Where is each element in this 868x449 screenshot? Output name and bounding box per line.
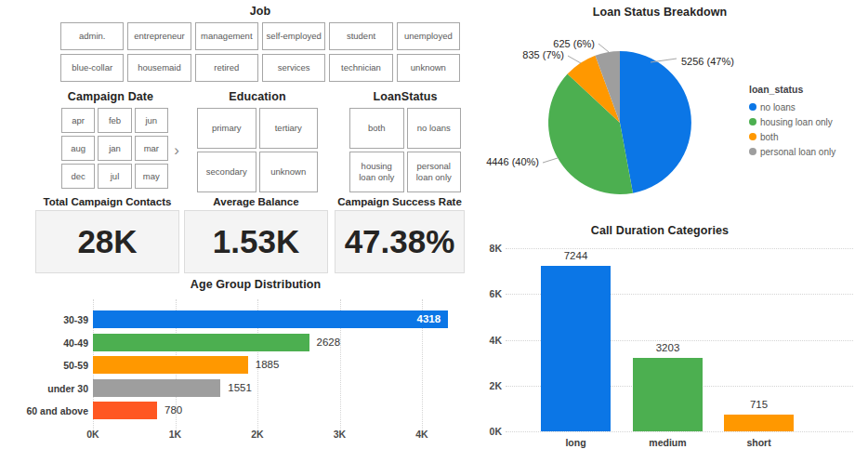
campaign-date-slicer-option[interactable]: aug — [61, 136, 95, 161]
campaign-date-slicer-option[interactable]: mar — [135, 136, 168, 161]
age-bar-60-and-above[interactable] — [93, 402, 157, 419]
age-bar-50-59[interactable] — [93, 356, 248, 374]
legend-item-label: housing loan only — [760, 117, 833, 127]
job-slicer-option[interactable]: student — [329, 22, 392, 50]
pie-label-line — [598, 44, 609, 52]
job-slicer-option[interactable]: entrepreneur — [127, 22, 191, 50]
age-category-label: 30-39 — [0, 314, 88, 325]
loan-status-slicer-option[interactable]: no loans — [407, 108, 462, 149]
campaign-date-slicer-option[interactable]: jun — [135, 108, 168, 133]
loan-status-slicer-option[interactable]: housing loan only — [349, 152, 404, 192]
age-x-tick: 2K — [242, 429, 273, 440]
age-bar-value: 1885 — [256, 359, 280, 370]
call-duration-bar-chart: 0K2K4K6K8K7244long3203medium715short — [483, 214, 868, 449]
legend-item-label: both — [760, 132, 778, 142]
education-slicer: primarytertiarysecondaryunknown — [197, 108, 318, 192]
age-bar-under-30[interactable] — [93, 379, 220, 397]
job-slicer-option[interactable]: unknown — [397, 54, 460, 82]
dashboard: Job admin.entrepreneurmanagementself-emp… — [0, 0, 868, 449]
call-bar-medium[interactable] — [633, 358, 703, 431]
loan-status-pie-chart: 5256 (47%)4446 (40%)835 (7%)625 (6%) — [483, 19, 762, 214]
age-x-tick: 3K — [324, 429, 356, 440]
kpi-success-rate-label: Campaign Success Rate — [333, 196, 467, 207]
job-slicer-option[interactable]: services — [262, 54, 325, 82]
legend-item-housing-loan-only[interactable]: housing loan only — [749, 114, 835, 129]
call-bar-short[interactable] — [724, 415, 794, 431]
campaign-date-slicer-option[interactable]: feb — [98, 108, 131, 133]
call-category-label: short — [724, 437, 794, 448]
legend-item-label: personal loan only — [760, 147, 835, 157]
education-slicer-option[interactable]: unknown — [259, 152, 319, 192]
age-bar-value: 780 — [164, 404, 182, 416]
call-category-label: medium — [633, 437, 703, 448]
kpi-average-balance-value: 1.53K — [184, 210, 328, 273]
job-slicer: admin.entrepreneurmanagementself-employe… — [60, 22, 460, 82]
legend-dot-icon — [749, 133, 756, 140]
pie-data-label: 625 (6%) — [553, 38, 595, 49]
age-x-tick: 1K — [160, 429, 191, 440]
legend-dot-icon — [749, 118, 756, 125]
pie-legend: loan_status no loanshousing loan onlybot… — [749, 84, 835, 159]
kpi-success-rate-value: 47.38% — [335, 210, 465, 273]
call-y-tick: 4K — [483, 335, 502, 346]
age-chart-title: Age Group Distribution — [56, 278, 455, 291]
job-slicer-option[interactable]: blue-collar — [60, 54, 124, 82]
legend-dot-icon — [749, 148, 756, 155]
call-chart-gridline — [506, 431, 853, 432]
call-bar-value: 3203 — [633, 342, 703, 353]
call-bar-long[interactable] — [541, 266, 611, 431]
job-slicer-option[interactable]: management — [195, 22, 258, 50]
pie-slice-no-loans[interactable] — [620, 51, 691, 193]
education-slicer-option[interactable]: secondary — [197, 152, 256, 192]
job-slicer-option[interactable]: retired — [195, 54, 258, 82]
pie-label-line — [543, 158, 558, 163]
call-category-label: long — [541, 437, 611, 448]
job-slicer-option[interactable]: admin. — [60, 22, 124, 50]
call-y-tick: 6K — [483, 288, 502, 299]
age-bar-value: 1551 — [228, 382, 252, 393]
job-slicer-option[interactable]: technician — [329, 54, 392, 82]
pie-data-label: 835 (7%) — [522, 49, 564, 60]
loan-status-slicer-option[interactable]: personal loan only — [407, 152, 462, 192]
job-slicer-option[interactable]: self-employed — [262, 22, 325, 50]
pie-label-line — [568, 56, 581, 63]
campaign-date-slicer-option[interactable]: jul — [98, 164, 131, 189]
job-slicer-option[interactable]: unemployed — [397, 22, 460, 50]
education-slicer-option[interactable]: primary — [197, 108, 256, 149]
call-y-tick: 0K — [483, 426, 502, 437]
age-category-label: 60 and above — [0, 405, 88, 416]
legend-item-no-loans[interactable]: no loans — [749, 99, 835, 114]
pie-data-label: 5256 (47%) — [681, 56, 734, 67]
age-bar-value: 2628 — [317, 337, 341, 348]
campaign-date-slicer-title: Campaign Date — [51, 90, 170, 103]
legend-item-label: no loans — [760, 102, 796, 112]
call-y-tick: 2K — [483, 380, 502, 391]
pie-data-label: 4446 (40%) — [486, 156, 539, 167]
legend-item-personal-loan-only[interactable]: personal loan only — [749, 144, 835, 159]
loan-status-slicer: bothno loanshousing loan onlypersonal lo… — [349, 108, 461, 192]
job-slicer-title: Job — [60, 5, 460, 18]
job-slicer-option[interactable]: housemaid — [127, 54, 191, 82]
age-x-tick: 4K — [406, 429, 438, 440]
call-y-tick: 8K — [483, 243, 502, 254]
kpi-total-contacts-value: 28K — [35, 210, 179, 273]
campaign-date-slicer: aprfebjunaugjanmardecjulmay — [61, 108, 168, 189]
campaign-date-slicer-option[interactable]: dec — [61, 164, 95, 189]
chevron-right-icon[interactable]: › — [170, 137, 183, 165]
education-slicer-option[interactable]: tertiary — [259, 108, 319, 149]
age-x-tick: 0K — [77, 429, 109, 440]
call-bar-value: 715 — [724, 399, 794, 410]
loan-status-slicer-option[interactable]: both — [349, 108, 404, 149]
campaign-date-slicer-option[interactable]: jan — [98, 136, 131, 161]
age-bar-30-39[interactable] — [93, 310, 448, 328]
age-category-label: under 30 — [0, 383, 88, 394]
kpi-total-contacts-label: Total Campaign Contacts — [35, 196, 179, 207]
age-group-bar-chart: 30-39431840-49262850-591885under 3015516… — [0, 294, 483, 449]
call-bar-value: 7244 — [541, 250, 611, 261]
pie-legend-title: loan_status — [749, 84, 835, 95]
campaign-date-slicer-option[interactable]: may — [135, 164, 168, 189]
legend-item-both[interactable]: both — [749, 129, 835, 144]
campaign-date-slicer-option[interactable]: apr — [61, 108, 95, 133]
age-bar-40-49[interactable] — [93, 334, 309, 351]
age-category-label: 40-49 — [0, 337, 88, 349]
